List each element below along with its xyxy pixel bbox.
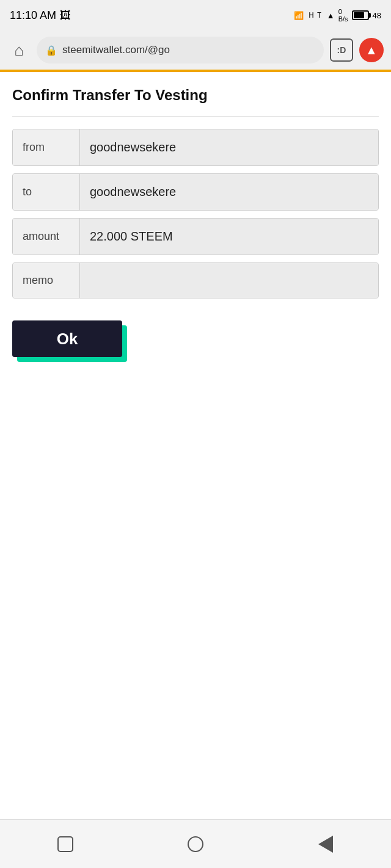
data-speed: 0B/s <box>338 8 348 23</box>
from-value: goodnewsekere <box>80 129 378 165</box>
back-icon <box>318 836 333 853</box>
battery-level: 48 <box>373 11 381 20</box>
battery-icon <box>352 10 369 20</box>
nav-back-button[interactable] <box>310 829 341 859</box>
to-label: to <box>13 174 80 210</box>
memo-label: memo <box>13 263 80 298</box>
ok-button[interactable]: Ok <box>12 320 122 357</box>
browser-bar: ⌂ 🔒 steemitwallet.com/@go :D ▲ <box>0 31 391 70</box>
upload-button[interactable]: ▲ <box>359 38 384 62</box>
from-row: from goodnewsekere <box>12 129 379 166</box>
status-time: 11:10 AM 🖼 <box>10 9 71 22</box>
memo-row: memo <box>12 262 379 298</box>
ok-button-wrapper: Ok <box>12 320 122 357</box>
amount-label: amount <box>13 219 80 255</box>
lock-icon: 🔒 <box>45 45 57 56</box>
nav-recent-button[interactable] <box>50 829 81 859</box>
main-content: Confirm Transfer To Vesting from goodnew… <box>0 72 391 819</box>
nav-home-button[interactable] <box>180 829 211 859</box>
from-label: from <box>13 129 80 165</box>
to-row: to goodnewsekere <box>12 173 379 211</box>
url-text: steemitwallet.com/@go <box>62 44 170 56</box>
time-text: 11:10 AM <box>10 9 56 22</box>
image-icon: 🖼 <box>60 9 71 22</box>
home-nav-icon <box>188 836 203 852</box>
ok-button-label: Ok <box>57 330 78 349</box>
bottom-nav <box>0 819 391 868</box>
page-title: Confirm Transfer To Vesting <box>12 87 379 104</box>
home-icon: ⌂ <box>14 41 24 60</box>
amount-value: 22.000 STEEM <box>80 219 378 255</box>
status-bar: 11:10 AM 🖼 📶 ＨＴ ▲ 0B/s 48 <box>0 0 391 31</box>
tab-label: :D <box>337 45 346 55</box>
to-value: goodnewsekere <box>80 174 378 210</box>
signal-bar-icon: ▲ <box>327 11 335 20</box>
status-icons: 📶 ＨＴ ▲ 0B/s 48 <box>294 8 381 23</box>
signal-icon: 📶 <box>294 11 304 20</box>
divider <box>12 116 379 117</box>
url-bar[interactable]: 🔒 steemitwallet.com/@go <box>37 37 324 63</box>
tab-button[interactable]: :D <box>330 38 353 62</box>
home-button[interactable]: ⌂ <box>7 38 31 62</box>
recent-icon <box>57 836 73 852</box>
memo-value <box>80 263 378 298</box>
amount-row: amount 22.000 STEEM <box>12 218 379 255</box>
upload-icon: ▲ <box>365 43 378 57</box>
wifi-icon: ＨＴ <box>307 10 323 21</box>
